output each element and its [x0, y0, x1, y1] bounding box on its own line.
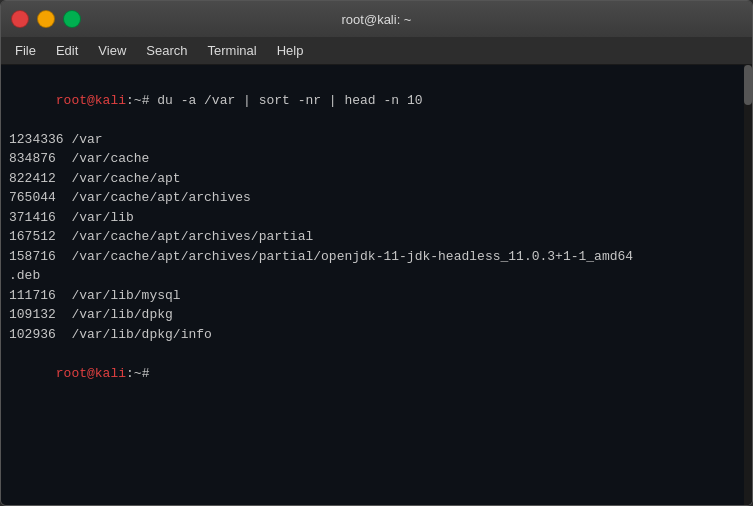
output-line-10: 102936 /var/lib/dpkg/info — [9, 325, 744, 345]
output-line-2: 834876 /var/cache — [9, 149, 744, 169]
menu-view[interactable]: View — [90, 40, 134, 61]
menu-file[interactable]: File — [7, 40, 44, 61]
window-controls — [11, 10, 81, 28]
command-text: :~# du -a /var | sort -nr | head -n 10 — [126, 93, 422, 108]
terminal-body[interactable]: root@kali:~# du -a /var | sort -nr | hea… — [1, 65, 752, 505]
menu-bar: File Edit View Search Terminal Help — [1, 37, 752, 65]
minimize-button[interactable] — [37, 10, 55, 28]
scrollbar[interactable] — [744, 65, 752, 505]
prompt-text: root@kali — [56, 93, 126, 108]
output-line-9: 109132 /var/lib/dpkg — [9, 305, 744, 325]
output-line-5: 371416 /var/lib — [9, 208, 744, 228]
command-line: root@kali:~# du -a /var | sort -nr | hea… — [9, 71, 744, 130]
final-prompt-cursor: :~# — [126, 366, 157, 381]
output-line-7: 158716 /var/cache/apt/archives/partial/o… — [9, 247, 744, 267]
window-title: root@kali: ~ — [342, 12, 412, 27]
output-line-6: 167512 /var/cache/apt/archives/partial — [9, 227, 744, 247]
scrollbar-thumb[interactable] — [744, 65, 752, 105]
title-bar: root@kali: ~ — [1, 1, 752, 37]
menu-search[interactable]: Search — [138, 40, 195, 61]
close-button[interactable] — [11, 10, 29, 28]
output-line-7b: .deb — [9, 266, 744, 286]
menu-terminal[interactable]: Terminal — [200, 40, 265, 61]
menu-help[interactable]: Help — [269, 40, 312, 61]
menu-edit[interactable]: Edit — [48, 40, 86, 61]
output-line-3: 822412 /var/cache/apt — [9, 169, 744, 189]
final-prompt-line: root@kali:~# — [9, 344, 744, 403]
terminal-window: root@kali: ~ File Edit View Search Termi… — [0, 0, 753, 506]
output-line-8: 111716 /var/lib/mysql — [9, 286, 744, 306]
final-prompt-text: root@kali — [56, 366, 126, 381]
output-line-4: 765044 /var/cache/apt/archives — [9, 188, 744, 208]
output-line-1: 1234336 /var — [9, 130, 744, 150]
maximize-button[interactable] — [63, 10, 81, 28]
